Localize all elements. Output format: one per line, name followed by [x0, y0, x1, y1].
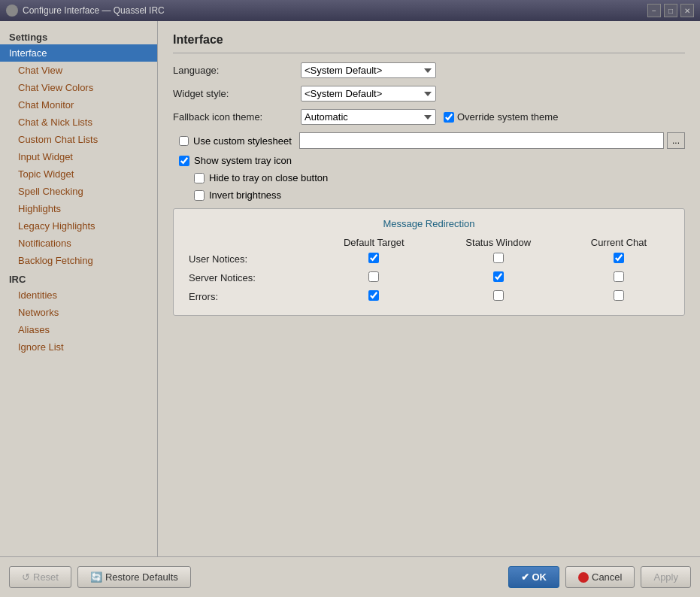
- use-custom-stylesheet-checkbox[interactable]: [179, 136, 189, 146]
- redirection-header-current: Current Chat: [562, 235, 675, 250]
- errors-default-checkbox[interactable]: [368, 290, 379, 301]
- sidebar-item-aliases[interactable]: Aliases: [0, 321, 157, 338]
- ok-check-icon: ✔: [521, 571, 529, 583]
- override-system-theme-label: Override system theme: [457, 111, 558, 123]
- show-system-tray-row: Show system tray icon: [179, 155, 685, 166]
- server-notices-default-cell: [314, 268, 434, 287]
- sidebar-item-interface[interactable]: Interface: [0, 44, 157, 62]
- user-notices-current-checkbox[interactable]: [614, 253, 624, 263]
- redirection-header-empty: [183, 235, 314, 250]
- errors-current-cell: [562, 287, 675, 306]
- titlebar: Configure Interface — Quassel IRC − □ ✕: [0, 0, 700, 21]
- cancel-icon: [578, 572, 589, 583]
- apply-button[interactable]: Apply: [641, 566, 691, 588]
- sidebar-item-chat-monitor[interactable]: Chat Monitor: [0, 96, 157, 114]
- invert-brightness-checkbox[interactable]: [194, 190, 205, 201]
- fallback-icon-row: Fallback icon theme: Automatic Breeze Ox…: [173, 109, 685, 125]
- apply-label: Apply: [653, 571, 678, 583]
- maximize-button[interactable]: □: [664, 4, 677, 17]
- override-system-theme-row[interactable]: Override system theme: [444, 111, 558, 123]
- sidebar-item-highlights[interactable]: Highlights: [0, 200, 157, 217]
- invert-brightness-label: Invert brightness: [209, 189, 281, 201]
- hide-to-tray-label: Hide to tray on close button: [209, 172, 328, 183]
- show-system-tray-checkbox[interactable]: [179, 156, 189, 166]
- restore-defaults-label: Restore Defaults: [105, 571, 178, 583]
- cancel-label: Cancel: [592, 571, 622, 583]
- bottom-right: ✔ OK Cancel Apply: [508, 566, 692, 588]
- hide-to-tray-row: Hide to tray on close button: [194, 172, 685, 183]
- reset-icon: ↺: [22, 571, 30, 583]
- widget-style-select[interactable]: <System Default> Fusion Windows: [301, 86, 436, 102]
- sidebar-item-chat-view[interactable]: Chat View: [0, 62, 157, 79]
- fallback-icon-select[interactable]: Automatic Breeze Oxygen: [301, 109, 436, 125]
- sidebar-item-topic-widget[interactable]: Topic Widget: [0, 165, 157, 183]
- sidebar-item-spell-checking[interactable]: Spell Checking: [0, 183, 157, 200]
- override-system-theme-checkbox[interactable]: [444, 112, 454, 123]
- sidebar-item-chat-view-colors[interactable]: Chat View Colors: [0, 79, 157, 96]
- titlebar-title: Configure Interface — Quassel IRC: [23, 5, 165, 16]
- errors-default-cell: [314, 287, 434, 306]
- redirection-header-default: Default Target: [314, 235, 434, 250]
- errors-current-checkbox[interactable]: [614, 290, 624, 301]
- stylesheet-input[interactable]: [299, 132, 664, 149]
- errors-status-cell: [435, 287, 562, 306]
- widget-style-row: Widget style: <System Default> Fusion Wi…: [173, 86, 685, 102]
- redirection-title: Message Redirection: [183, 218, 675, 229]
- bottom-left: ↺ Reset 🔄 Restore Defaults: [9, 566, 191, 588]
- server-notices-status-checkbox[interactable]: [493, 271, 504, 282]
- table-row: Errors:: [183, 287, 675, 306]
- reset-button[interactable]: ↺ Reset: [9, 566, 71, 588]
- restore-defaults-icon: 🔄: [90, 571, 102, 583]
- sidebar-item-notifications[interactable]: Notifications: [0, 235, 157, 252]
- server-notices-label: Server Notices:: [183, 268, 314, 287]
- sidebar: Settings Interface Chat View Chat View C…: [0, 21, 158, 556]
- main-content: Interface Language: <System Default> Eng…: [158, 21, 700, 556]
- sidebar-section-irc: IRC: [0, 269, 157, 286]
- message-redirection-box: Message Redirection Default Target Statu…: [173, 208, 685, 316]
- cancel-button[interactable]: Cancel: [565, 566, 635, 588]
- invert-brightness-row: Invert brightness: [194, 189, 685, 201]
- app-icon: [6, 5, 18, 17]
- user-notices-status-cell: [435, 250, 562, 268]
- ok-button[interactable]: ✔ OK: [508, 566, 560, 588]
- table-row: User Notices:: [183, 250, 675, 268]
- user-notices-default-checkbox[interactable]: [368, 253, 379, 263]
- titlebar-left: Configure Interface — Quassel IRC: [6, 5, 165, 17]
- language-select[interactable]: <System Default> English German French: [301, 62, 436, 78]
- content-area: Settings Interface Chat View Chat View C…: [0, 21, 700, 556]
- language-row: Language: <System Default> English Germa…: [173, 62, 685, 78]
- sidebar-item-input-widget[interactable]: Input Widget: [0, 148, 157, 165]
- sidebar-item-identities[interactable]: Identities: [0, 286, 157, 304]
- user-notices-status-checkbox[interactable]: [493, 253, 504, 263]
- fallback-icon-label: Fallback icon theme:: [173, 111, 301, 123]
- user-notices-current-cell: [562, 250, 675, 268]
- reset-label: Reset: [33, 571, 59, 583]
- titlebar-controls[interactable]: − □ ✕: [647, 4, 694, 17]
- sidebar-section-settings: Settings: [0, 27, 157, 44]
- minimize-button[interactable]: −: [647, 4, 661, 17]
- sidebar-item-networks[interactable]: Networks: [0, 304, 157, 321]
- restore-defaults-button[interactable]: 🔄 Restore Defaults: [77, 566, 191, 588]
- stylesheet-row: Use custom stylesheet ...: [179, 132, 685, 149]
- server-notices-current-checkbox[interactable]: [614, 271, 624, 282]
- redirection-table: Default Target Status Window Current Cha…: [183, 235, 675, 306]
- errors-status-checkbox[interactable]: [493, 290, 504, 301]
- show-system-tray-label: Show system tray icon: [194, 155, 292, 166]
- bottom-bar: ↺ Reset 🔄 Restore Defaults ✔ OK Cancel A…: [0, 556, 700, 597]
- sidebar-item-custom-chat-lists[interactable]: Custom Chat Lists: [0, 131, 157, 148]
- sidebar-item-chat-nick-lists[interactable]: Chat & Nick Lists: [0, 114, 157, 131]
- table-row: Server Notices:: [183, 268, 675, 287]
- server-notices-current-cell: [562, 268, 675, 287]
- widget-style-label: Widget style:: [173, 88, 301, 99]
- sidebar-item-backlog-fetching[interactable]: Backlog Fetching: [0, 252, 157, 269]
- main-container: Settings Interface Chat View Chat View C…: [0, 21, 700, 597]
- sidebar-item-ignore-list[interactable]: Ignore List: [0, 338, 157, 356]
- redirection-header-status: Status Window: [435, 235, 562, 250]
- hide-to-tray-checkbox[interactable]: [194, 173, 205, 183]
- sidebar-item-legacy-highlights[interactable]: Legacy Highlights: [0, 217, 157, 235]
- user-notices-label: User Notices:: [183, 250, 314, 268]
- stylesheet-browse-button[interactable]: ...: [667, 132, 685, 149]
- close-button[interactable]: ✕: [680, 4, 694, 17]
- page-title: Interface: [173, 33, 685, 53]
- server-notices-default-checkbox[interactable]: [368, 271, 379, 282]
